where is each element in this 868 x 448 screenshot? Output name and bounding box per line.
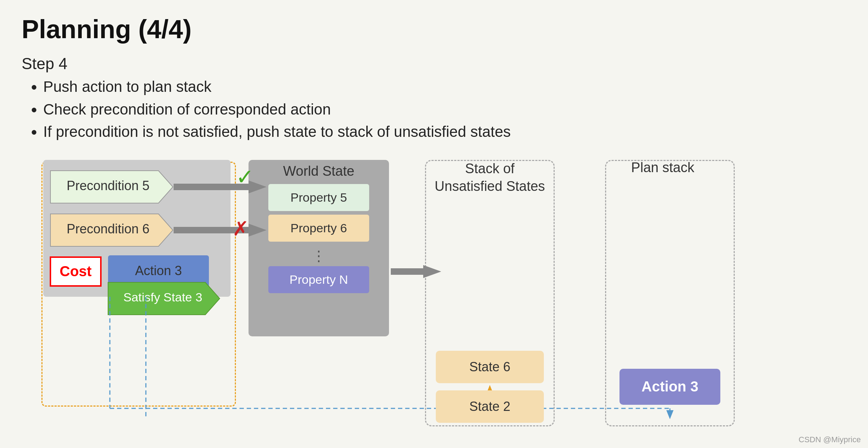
bullet-list: Push action to plan stack Check precondi… xyxy=(43,77,846,142)
state-6-box: State 6 xyxy=(436,351,544,383)
page-title: Planning (4/4) xyxy=(22,14,846,44)
property-5-box: Property 5 xyxy=(268,184,369,211)
state-2-box: State 2 xyxy=(436,390,544,423)
action-block xyxy=(43,160,231,297)
world-state-box: World State Property 5 Property 6 ⋮ Prop… xyxy=(249,160,389,336)
unsatisfied-stack-border xyxy=(425,160,555,426)
bullet-1: Push action to plan stack xyxy=(43,77,846,97)
bullet-2: Check precondition of corresponded actio… xyxy=(43,100,846,120)
step-label: Step 4 xyxy=(22,55,846,73)
property-n-box: Property N xyxy=(268,266,369,293)
dots: ⋮ xyxy=(312,247,326,264)
property-6-box: Property 6 xyxy=(268,215,369,242)
diagram: Precondition 5 Precondition 6 Action 3 S… xyxy=(22,160,854,430)
page: Planning (4/4) Step 4 Push action to pla… xyxy=(0,0,868,448)
watermark: CSDN @Miyprice xyxy=(798,435,861,444)
world-state-title: World State xyxy=(283,163,354,179)
action3-plan-box: Action 3 xyxy=(619,369,720,405)
bullet-3: If precondition is not satisfied, push s… xyxy=(43,122,846,142)
